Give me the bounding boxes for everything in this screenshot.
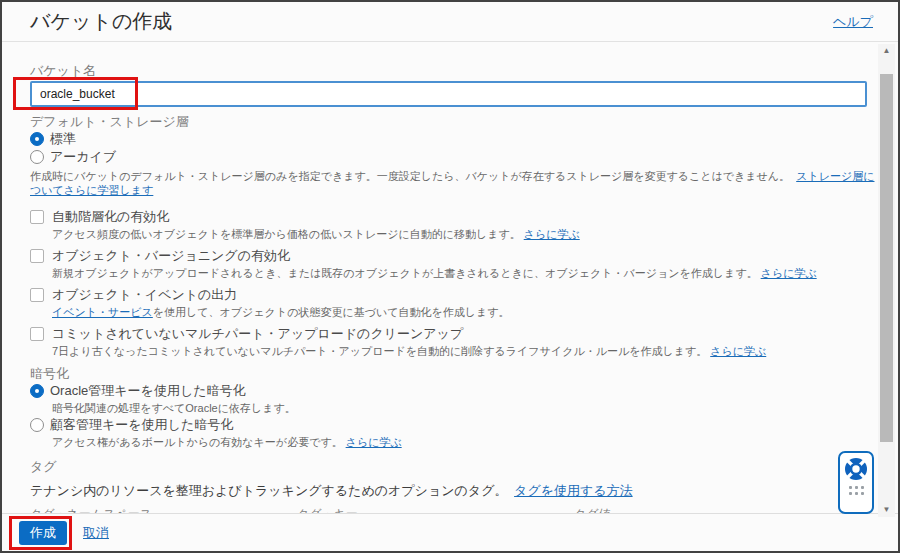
encryption-label: 暗号化 — [30, 366, 878, 381]
scroll-up-icon[interactable]: ▲ — [883, 44, 891, 58]
checkbox-emit-object-events-description: イベント・サービスを使用して、オブジェクトの状態変更に基づいて自動化を作成します… — [30, 305, 878, 319]
storage-tier-label: デフォルト・ストレージ層 — [30, 114, 878, 129]
checkbox-object-versioning[interactable] — [30, 249, 44, 263]
option-emit-object-events: オブジェクト・イベントの出力 イベント・サービスを使用して、オブジェクトの状態変… — [30, 287, 878, 319]
storage-tier-description-text: 作成時にバケットのデフォルト・ストレージ層のみを指定できます。一度設定したら、バ… — [30, 170, 790, 182]
tag-namespace-label: タグ・ネームスペース — [30, 506, 285, 513]
checkbox-multipart-cleanup-label: コミットされていないマルチパート・アップロードのクリーンアップ — [52, 325, 463, 343]
radio-row-customer-managed: 顧客管理キーを使用した暗号化 — [30, 417, 878, 433]
radio-customer-managed-keys-label: 顧客管理キーを使用した暗号化 — [50, 416, 233, 434]
checkbox-auto-tiering-description: アクセス頻度の低いオブジェクトを標準層から価格の低いストレージに自動的に移動しま… — [30, 227, 878, 241]
checkbox-multipart-cleanup-description: 7日より古くなったコミットされていないマルチパート・アップロードを自動的に削除す… — [30, 344, 878, 358]
radio-archive-label: アーカイブ — [50, 148, 116, 166]
desc-text: 7日より古くなったコミットされていないマルチパート・アップロードを自動的に削除す… — [52, 345, 707, 357]
tags-intro-text: テナンシ内のリソースを整理およびトラッキングするためのオプションのタグ。 — [30, 483, 507, 498]
dialog-body: バケット名 デフォルト・ストレージ層 標準 アーカイブ 作成時にバケットのデフォ… — [2, 43, 878, 513]
checkbox-auto-tiering[interactable] — [30, 210, 44, 224]
checkbox-row: オブジェクト・バージョニングの有効化 — [30, 248, 878, 264]
tags-intro: テナンシ内のリソースを整理およびトラッキングするためのオプションのタグ。 タグを… — [30, 483, 878, 498]
bucket-name-label: バケット名 — [30, 63, 878, 78]
tag-key-label: タグ・キー — [297, 506, 557, 513]
page-title: バケットの作成 — [30, 8, 172, 35]
radio-customer-managed-keys[interactable] — [30, 418, 44, 432]
checkbox-object-versioning-label: オブジェクト・バージョニングの有効化 — [52, 247, 290, 265]
customer-managed-keys-description: アクセス権があるボールトからの有効なキーが必要です。さらに学ぶ — [30, 435, 878, 449]
checkbox-row: オブジェクト・イベントの出力 — [30, 287, 878, 303]
create-bucket-dialog: バケットの作成 ヘルプ バケット名 デフォルト・ストレージ層 標準 アーカイブ … — [0, 0, 900, 553]
desc-text: 暗号化関連の処理をすべてOracleに依存します。 — [52, 402, 296, 414]
tag-value-label: タグ値 — [574, 506, 840, 513]
radio-oracle-managed-keys[interactable] — [30, 384, 44, 398]
checkbox-emit-object-events[interactable] — [30, 288, 44, 302]
radio-row-oracle-managed: Oracle管理キーを使用した暗号化 — [30, 383, 878, 399]
vertical-scrollbar[interactable]: ▲ ▼ — [878, 44, 895, 517]
storage-tier-description: 作成時にバケットのデフォルト・ストレージ層のみを指定できます。一度設定したら、バ… — [30, 169, 878, 197]
radio-archive[interactable] — [30, 150, 44, 164]
option-object-versioning: オブジェクト・バージョニングの有効化 新規オブジェクトがアップロードされるとき、… — [30, 248, 878, 280]
help-link[interactable]: ヘルプ — [833, 13, 873, 31]
scrollbar-thumb[interactable] — [880, 74, 893, 442]
learn-more-link[interactable]: さらに学ぶ — [710, 345, 766, 357]
dialog-header: バケットの作成 ヘルプ — [2, 2, 898, 42]
scroll-down-icon[interactable]: ▼ — [883, 503, 891, 517]
scrollbar-track[interactable] — [878, 58, 895, 503]
desc-text: 新規オブジェクトがアップロードされるとき、または既存のオブジェクトが上書きされる… — [52, 267, 758, 279]
checkbox-multipart-cleanup[interactable] — [30, 327, 44, 341]
events-service-link[interactable]: イベント・サービス — [52, 306, 153, 318]
checkbox-emit-object-events-label: オブジェクト・イベントの出力 — [52, 286, 237, 304]
checkbox-auto-tiering-label: 自動階層化の有効化 — [52, 208, 169, 226]
radio-oracle-managed-keys-label: Oracle管理キーを使用した暗号化 — [50, 382, 246, 400]
radio-row-standard: 標準 — [30, 131, 878, 147]
bucket-name-input[interactable] — [30, 81, 867, 107]
option-multipart-cleanup: コミットされていないマルチパート・アップロードのクリーンアップ 7日より古くなっ… — [30, 326, 878, 358]
support-widget[interactable] — [838, 451, 874, 514]
drag-handle-dots-icon[interactable] — [849, 486, 864, 495]
checkbox-row: コミットされていないマルチパート・アップロードのクリーンアップ — [30, 326, 878, 342]
radio-row-archive: アーカイブ — [30, 149, 878, 165]
create-button[interactable]: 作成 — [19, 521, 67, 545]
tags-howto-link[interactable]: タグを使用する方法 — [514, 483, 633, 498]
tags-section-label: タグ — [30, 459, 878, 474]
desc-text: アクセス権があるボールトからの有効なキーが必要です。 — [52, 436, 343, 448]
learn-more-link[interactable]: さらに学ぶ — [524, 228, 580, 240]
checkbox-row: 自動階層化の有効化 — [30, 209, 878, 225]
radio-standard-label: 標準 — [50, 130, 76, 148]
option-auto-tiering: 自動階層化の有効化 アクセス頻度の低いオブジェクトを標準層から価格の低いストレー… — [30, 209, 878, 241]
dialog-footer: 作成 取消 — [2, 513, 898, 551]
checkbox-object-versioning-description: 新規オブジェクトがアップロードされるとき、または既存のオブジェクトが上書きされる… — [30, 266, 878, 280]
lifebuoy-icon — [844, 457, 868, 481]
radio-standard[interactable] — [30, 132, 44, 146]
oracle-managed-keys-description: 暗号化関連の処理をすべてOracleに依存します。 — [30, 401, 878, 415]
learn-more-link[interactable]: さらに学ぶ — [761, 267, 817, 279]
desc-text: を使用して、オブジェクトの状態変更に基づいて自動化を作成します。 — [153, 306, 510, 318]
bucket-name-field — [30, 81, 867, 107]
tag-column-labels: タグ・ネームスペース タグ・キー タグ値 — [30, 506, 878, 513]
desc-text: アクセス頻度の低いオブジェクトを標準層から価格の低いストレージに自動的に移動しま… — [52, 228, 521, 240]
learn-more-link[interactable]: さらに学ぶ — [346, 436, 402, 448]
cancel-link[interactable]: 取消 — [83, 524, 109, 542]
